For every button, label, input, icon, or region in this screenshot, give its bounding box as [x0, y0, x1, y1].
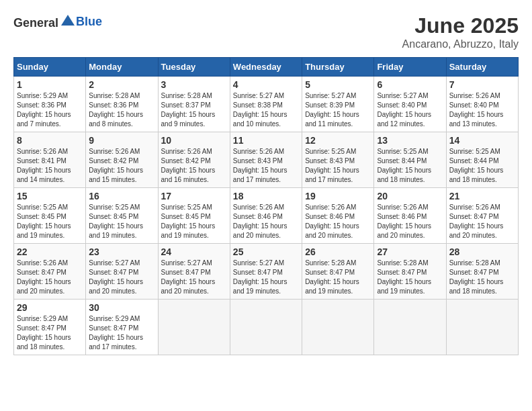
- calendar-cell: 27Sunrise: 5:28 AM Sunset: 8:47 PM Dayli…: [374, 244, 446, 300]
- day-info: Sunrise: 5:26 AM Sunset: 8:46 PM Dayligh…: [233, 203, 299, 240]
- day-number: 11: [233, 135, 299, 146]
- day-number: 25: [233, 246, 299, 257]
- day-info: Sunrise: 5:27 AM Sunset: 8:38 PM Dayligh…: [233, 91, 299, 129]
- calendar-cell: 16Sunrise: 5:25 AM Sunset: 8:45 PM Dayli…: [86, 188, 158, 244]
- calendar-cell: [302, 300, 374, 355]
- day-number: 27: [377, 246, 443, 257]
- day-number: 8: [17, 135, 83, 146]
- day-info: Sunrise: 5:26 AM Sunset: 8:46 PM Dayligh…: [377, 203, 443, 240]
- day-info: Sunrise: 5:29 AM Sunset: 8:36 PM Dayligh…: [17, 91, 83, 129]
- weekday-header-friday: Friday: [374, 58, 446, 77]
- day-info: Sunrise: 5:26 AM Sunset: 8:40 PM Dayligh…: [449, 91, 515, 129]
- day-number: 5: [305, 79, 371, 90]
- day-info: Sunrise: 5:26 AM Sunset: 8:41 PM Dayligh…: [17, 147, 83, 185]
- day-number: 3: [161, 79, 227, 90]
- weekday-header-tuesday: Tuesday: [158, 58, 230, 77]
- day-number: 23: [89, 246, 154, 257]
- day-number: 17: [161, 191, 227, 201]
- calendar-cell: 26Sunrise: 5:28 AM Sunset: 8:47 PM Dayli…: [302, 244, 374, 300]
- calendar-cell: 2Sunrise: 5:28 AM Sunset: 8:36 PM Daylig…: [86, 77, 158, 132]
- day-info: Sunrise: 5:27 AM Sunset: 8:40 PM Dayligh…: [377, 91, 443, 129]
- calendar-cell: 6Sunrise: 5:27 AM Sunset: 8:40 PM Daylig…: [374, 77, 446, 132]
- week-row-5: 29Sunrise: 5:29 AM Sunset: 8:47 PM Dayli…: [14, 300, 519, 355]
- day-info: Sunrise: 5:28 AM Sunset: 8:47 PM Dayligh…: [305, 259, 371, 296]
- logo-icon: [60, 13, 76, 27]
- day-number: 6: [377, 79, 443, 90]
- calendar-cell: 8Sunrise: 5:26 AM Sunset: 8:41 PM Daylig…: [14, 132, 86, 188]
- day-info: Sunrise: 5:25 AM Sunset: 8:43 PM Dayligh…: [305, 147, 371, 185]
- weekday-header-monday: Monday: [86, 58, 158, 77]
- day-info: Sunrise: 5:27 AM Sunset: 8:47 PM Dayligh…: [233, 259, 299, 296]
- calendar-cell: 12Sunrise: 5:25 AM Sunset: 8:43 PM Dayli…: [302, 132, 374, 188]
- calendar-cell: 3Sunrise: 5:28 AM Sunset: 8:37 PM Daylig…: [158, 77, 230, 132]
- day-info: Sunrise: 5:28 AM Sunset: 8:47 PM Dayligh…: [449, 259, 515, 296]
- logo-general: General: [13, 16, 58, 30]
- calendar-cell: 17Sunrise: 5:25 AM Sunset: 8:45 PM Dayli…: [158, 188, 230, 244]
- svg-marker-0: [61, 15, 75, 26]
- day-number: 9: [89, 135, 154, 146]
- day-info: Sunrise: 5:28 AM Sunset: 8:47 PM Dayligh…: [377, 259, 443, 296]
- calendar-cell: [446, 300, 518, 355]
- calendar-cell: 28Sunrise: 5:28 AM Sunset: 8:47 PM Dayli…: [446, 244, 518, 300]
- calendar-cell: 24Sunrise: 5:27 AM Sunset: 8:47 PM Dayli…: [158, 244, 230, 300]
- calendar-cell: 10Sunrise: 5:26 AM Sunset: 8:42 PM Dayli…: [158, 132, 230, 188]
- month-title: June 2025: [402, 13, 519, 38]
- day-info: Sunrise: 5:25 AM Sunset: 8:45 PM Dayligh…: [89, 203, 154, 240]
- weekday-header-saturday: Saturday: [446, 58, 518, 77]
- day-info: Sunrise: 5:28 AM Sunset: 8:36 PM Dayligh…: [89, 91, 154, 129]
- calendar-cell: 19Sunrise: 5:26 AM Sunset: 8:46 PM Dayli…: [302, 188, 374, 244]
- day-number: 15: [17, 191, 83, 201]
- calendar-cell: 14Sunrise: 5:25 AM Sunset: 8:44 PM Dayli…: [446, 132, 518, 188]
- week-row-3: 15Sunrise: 5:25 AM Sunset: 8:45 PM Dayli…: [14, 188, 519, 244]
- calendar-cell: 25Sunrise: 5:27 AM Sunset: 8:47 PM Dayli…: [230, 244, 302, 300]
- week-row-4: 22Sunrise: 5:26 AM Sunset: 8:47 PM Dayli…: [14, 244, 519, 300]
- weekday-header-row: SundayMondayTuesdayWednesdayThursdayFrid…: [14, 58, 519, 77]
- weekday-header-wednesday: Wednesday: [230, 58, 302, 77]
- calendar-cell: 18Sunrise: 5:26 AM Sunset: 8:46 PM Dayli…: [230, 188, 302, 244]
- calendar-cell: 4Sunrise: 5:27 AM Sunset: 8:38 PM Daylig…: [230, 77, 302, 132]
- day-number: 7: [449, 79, 515, 90]
- calendar-cell: 23Sunrise: 5:27 AM Sunset: 8:47 PM Dayli…: [86, 244, 158, 300]
- calendar-cell: 7Sunrise: 5:26 AM Sunset: 8:40 PM Daylig…: [446, 77, 518, 132]
- weekday-header-sunday: Sunday: [14, 58, 86, 77]
- day-number: 13: [377, 135, 443, 146]
- day-info: Sunrise: 5:25 AM Sunset: 8:45 PM Dayligh…: [161, 203, 227, 240]
- page-header: General Blue June 2025 Ancarano, Abruzzo…: [13, 13, 519, 50]
- calendar-cell: 13Sunrise: 5:25 AM Sunset: 8:44 PM Dayli…: [374, 132, 446, 188]
- day-info: Sunrise: 5:27 AM Sunset: 8:47 PM Dayligh…: [89, 259, 154, 296]
- day-number: 12: [305, 135, 371, 146]
- day-number: 30: [89, 302, 154, 313]
- calendar-cell: [374, 300, 446, 355]
- calendar-cell: 15Sunrise: 5:25 AM Sunset: 8:45 PM Dayli…: [14, 188, 86, 244]
- calendar-table: SundayMondayTuesdayWednesdayThursdayFrid…: [13, 57, 519, 355]
- calendar-cell: 29Sunrise: 5:29 AM Sunset: 8:47 PM Dayli…: [14, 300, 86, 355]
- day-info: Sunrise: 5:28 AM Sunset: 8:37 PM Dayligh…: [161, 91, 227, 129]
- day-info: Sunrise: 5:26 AM Sunset: 8:47 PM Dayligh…: [449, 203, 515, 240]
- day-number: 20: [377, 191, 443, 201]
- weekday-header-thursday: Thursday: [302, 58, 374, 77]
- day-info: Sunrise: 5:25 AM Sunset: 8:45 PM Dayligh…: [17, 203, 83, 240]
- day-number: 28: [449, 246, 515, 257]
- location-title: Ancarano, Abruzzo, Italy: [402, 38, 519, 50]
- day-info: Sunrise: 5:26 AM Sunset: 8:43 PM Dayligh…: [233, 147, 299, 185]
- day-info: Sunrise: 5:29 AM Sunset: 8:47 PM Dayligh…: [17, 314, 83, 352]
- calendar-cell: 5Sunrise: 5:27 AM Sunset: 8:39 PM Daylig…: [302, 77, 374, 132]
- calendar-cell: [158, 300, 230, 355]
- day-number: 24: [161, 246, 227, 257]
- logo: General Blue: [13, 13, 102, 30]
- week-row-1: 1Sunrise: 5:29 AM Sunset: 8:36 PM Daylig…: [14, 77, 519, 132]
- calendar-cell: [230, 300, 302, 355]
- calendar-cell: 21Sunrise: 5:26 AM Sunset: 8:47 PM Dayli…: [446, 188, 518, 244]
- day-number: 22: [17, 246, 83, 257]
- day-info: Sunrise: 5:25 AM Sunset: 8:44 PM Dayligh…: [449, 147, 515, 185]
- calendar-cell: 1Sunrise: 5:29 AM Sunset: 8:36 PM Daylig…: [14, 77, 86, 132]
- title-area: June 2025 Ancarano, Abruzzo, Italy: [402, 13, 519, 50]
- calendar-cell: 9Sunrise: 5:26 AM Sunset: 8:42 PM Daylig…: [86, 132, 158, 188]
- day-number: 21: [449, 191, 515, 201]
- calendar-cell: 20Sunrise: 5:26 AM Sunset: 8:46 PM Dayli…: [374, 188, 446, 244]
- day-number: 14: [449, 135, 515, 146]
- day-info: Sunrise: 5:27 AM Sunset: 8:39 PM Dayligh…: [305, 91, 371, 129]
- day-info: Sunrise: 5:26 AM Sunset: 8:42 PM Dayligh…: [89, 147, 154, 185]
- calendar-cell: 30Sunrise: 5:29 AM Sunset: 8:47 PM Dayli…: [86, 300, 158, 355]
- day-info: Sunrise: 5:26 AM Sunset: 8:46 PM Dayligh…: [305, 203, 371, 240]
